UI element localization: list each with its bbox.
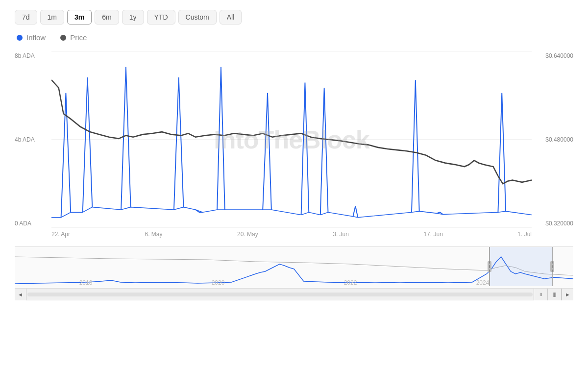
x-label-5: 1. Jul: [517, 231, 532, 238]
btn-7d[interactable]: 7d: [15, 10, 37, 24]
chart-legend: Inflow Price: [15, 33, 573, 42]
navigator-x-axis: 2018 2020 2022 2024: [20, 279, 549, 286]
handle-line-6: [552, 270, 553, 272]
navigator[interactable]: ◄ ⏸ ||| ► 2018 2020 2022 2024: [15, 246, 573, 300]
nav-handle-right[interactable]: [550, 261, 554, 272]
price-label: Price: [70, 33, 87, 42]
y-right-mid: $0.480000: [545, 136, 573, 143]
nav-x-2018: 2018: [79, 279, 93, 286]
price-dot: [60, 35, 66, 41]
btn-3m[interactable]: 3m: [67, 10, 92, 24]
btn-6m[interactable]: 6m: [95, 10, 119, 24]
nav-bars-btn[interactable]: |||: [548, 289, 562, 300]
btn-1y[interactable]: 1y: [122, 10, 144, 24]
x-label-4: 17. Jun: [423, 231, 442, 238]
btn-all[interactable]: All: [220, 10, 242, 24]
handle-line-3: [489, 270, 490, 272]
scroll-left-arrow[interactable]: ◄: [15, 289, 26, 300]
btn-ytd[interactable]: YTD: [147, 10, 175, 24]
nav-pause-btn-1[interactable]: ⏸: [534, 289, 548, 300]
nav-x-2022: 2022: [344, 279, 357, 286]
x-label-2: 20. May: [237, 231, 258, 238]
legend-inflow: Inflow: [17, 33, 46, 42]
nav-x-2020: 2020: [212, 279, 225, 286]
y-axis-left: 8b ADA 4b ADA 0 ADA: [15, 51, 54, 228]
handle-line-2: [489, 265, 490, 268]
y-left-bot: 0 ADA: [15, 220, 54, 227]
inflow-label: Inflow: [26, 33, 46, 42]
main-chart: 8b ADA 4b ADA 0 ADA $0.640000 $0.480000 …: [15, 51, 573, 228]
chart-lines: [51, 51, 532, 228]
btn-1m[interactable]: 1m: [40, 10, 64, 24]
time-range-selector: 7d 1m 3m 6m 1y YTD Custom All: [15, 10, 573, 24]
y-axis-right: $0.640000 $0.480000 $0.320000: [529, 51, 573, 228]
x-label-0: 22. Apr: [51, 231, 70, 238]
inflow-dot: [17, 35, 23, 41]
y-right-top: $0.640000: [545, 52, 573, 59]
legend-price: Price: [60, 33, 87, 42]
y-right-bot: $0.320000: [545, 220, 573, 227]
handle-line-5: [552, 265, 553, 268]
y-left-top: 8b ADA: [15, 52, 54, 59]
handle-line-1: [489, 261, 490, 264]
x-label-1: 6. May: [145, 231, 163, 238]
nav-handle-left[interactable]: [488, 261, 491, 272]
scroll-right-arrow[interactable]: ►: [562, 289, 573, 300]
nav-right-controls: ⏸ |||: [534, 289, 562, 300]
btn-custom[interactable]: Custom: [178, 10, 217, 24]
scroll-track: [27, 293, 533, 296]
y-left-mid: 4b ADA: [15, 136, 54, 143]
x-axis: 22. Apr 6. May 20. May 3. Jun 17. Jun 1.…: [51, 231, 532, 238]
x-label-3: 3. Jun: [333, 231, 349, 238]
chart-svg-area: IntoTheBlock: [51, 51, 532, 228]
handle-line-4: [552, 261, 553, 264]
navigator-scrollbar[interactable]: ◄ ⏸ ||| ►: [15, 288, 573, 300]
nav-x-2024: 2024: [476, 279, 490, 286]
